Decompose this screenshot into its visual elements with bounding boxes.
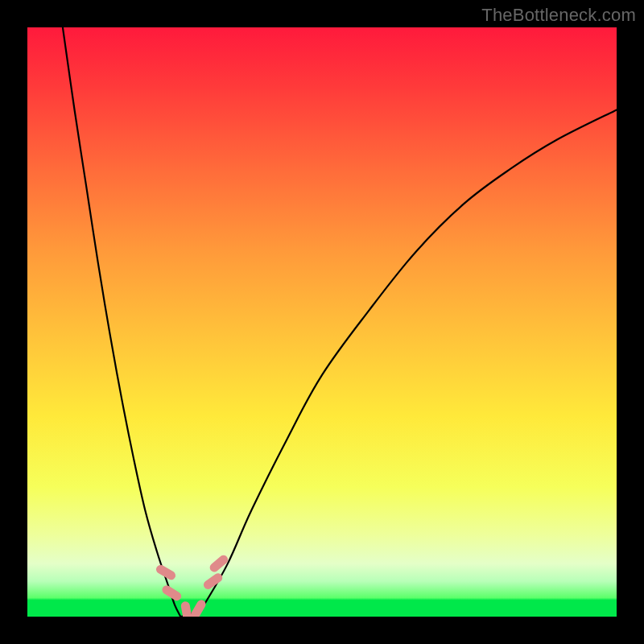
outer-frame: TheBottleneck.com <box>0 0 644 644</box>
bottleneck-curve <box>63 27 617 617</box>
curve-layer <box>27 27 617 617</box>
data-marker <box>208 554 229 574</box>
curve-path <box>63 27 617 617</box>
svg-rect-1 <box>160 584 183 602</box>
svg-rect-2 <box>180 601 192 617</box>
svg-rect-5 <box>208 554 229 574</box>
data-marker <box>155 564 177 582</box>
marker-cluster <box>155 554 229 617</box>
svg-rect-3 <box>189 598 208 617</box>
chart-area <box>27 27 617 617</box>
data-marker <box>202 572 225 591</box>
svg-rect-4 <box>202 572 225 591</box>
watermark-text: TheBottleneck.com <box>481 5 636 26</box>
data-marker <box>189 598 208 617</box>
data-marker <box>180 601 192 617</box>
svg-rect-0 <box>155 564 177 582</box>
data-marker <box>160 584 183 602</box>
